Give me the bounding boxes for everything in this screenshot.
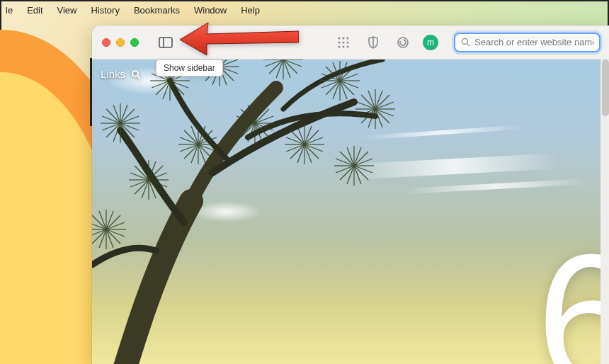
sidebar-tooltip: Show sidebar: [156, 59, 223, 76]
vertical-scrollbar[interactable]: [601, 59, 609, 364]
menubar: le Edit View History Bookmarks Window He…: [1, 1, 608, 18]
svg-point-2: [338, 37, 341, 39]
shield-icon: [368, 36, 379, 49]
sidebar-icon: [159, 37, 173, 48]
screenshot-frame: le Edit View History Bookmarks Window He…: [0, 0, 609, 364]
scrollbar-thumb[interactable]: [602, 59, 609, 116]
svg-rect-0: [159, 38, 172, 47]
window-controls: [102, 38, 139, 47]
menu-view[interactable]: View: [57, 5, 77, 16]
svg-point-9: [343, 45, 345, 47]
menu-edit[interactable]: Edit: [27, 5, 42, 16]
annotation-arrow: [178, 18, 299, 58]
profile-avatar[interactable]: m: [423, 35, 438, 50]
svg-point-3: [343, 37, 345, 39]
wallpaper-tree: [92, 59, 467, 364]
svg-point-5: [338, 41, 341, 43]
start-page-grid-button[interactable]: [334, 33, 353, 52]
menu-help[interactable]: Help: [241, 5, 260, 16]
sidebar-toggle-button[interactable]: [156, 33, 176, 52]
svg-point-7: [347, 41, 349, 43]
svg-point-10: [347, 45, 349, 47]
menu-history[interactable]: History: [91, 5, 119, 16]
svg-point-6: [343, 41, 345, 43]
reload-button[interactable]: [393, 33, 413, 52]
toolbar-right-group: m: [334, 33, 601, 52]
zoom-window-button[interactable]: [130, 38, 139, 47]
minimize-window-button[interactable]: [116, 38, 125, 47]
privacy-report-button[interactable]: [363, 33, 383, 52]
address-bar[interactable]: [454, 33, 601, 52]
svg-point-4: [347, 37, 349, 39]
avatar-initial: m: [427, 35, 434, 50]
close-window-button[interactable]: [102, 38, 110, 47]
svg-point-13: [462, 39, 468, 45]
svg-line-14: [467, 44, 469, 46]
grid-icon: [338, 37, 349, 48]
address-input[interactable]: [474, 37, 593, 47]
toolbar: m: [92, 25, 609, 59]
menu-bookmarks[interactable]: Bookmarks: [134, 5, 180, 16]
search-icon: [461, 38, 470, 47]
svg-point-8: [338, 45, 341, 47]
start-page: Links: [92, 59, 609, 364]
temperature-digit: 6: [536, 245, 609, 364]
menu-window[interactable]: Window: [194, 5, 227, 16]
menu-file[interactable]: le: [6, 5, 13, 16]
refresh-icon: [397, 36, 409, 49]
